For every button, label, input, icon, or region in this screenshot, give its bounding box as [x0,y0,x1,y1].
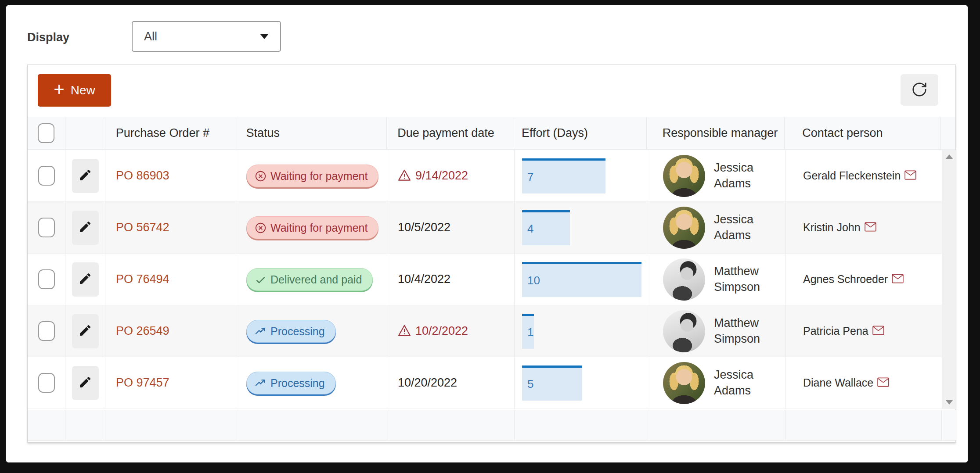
row-checkbox[interactable] [38,218,55,237]
new-button[interactable]: + New [38,74,111,107]
po-link[interactable]: PO 26549 [116,324,169,338]
pencil-icon [78,220,92,235]
row-checkbox[interactable] [38,321,55,341]
warning-icon [398,324,411,338]
contact-email-link[interactable]: Agnes Schroeder [803,273,888,286]
manager-name: Jessica Adams [714,367,780,398]
grid-header-row: Purchase Order # Status Due payment date… [28,117,955,150]
refresh-icon [911,81,928,99]
edit-button[interactable] [72,366,99,400]
avatar [663,155,705,197]
avatar [663,310,705,352]
vertical-scrollbar[interactable] [942,150,956,409]
manager-name: Jessica Adams [714,212,780,243]
edit-button[interactable] [72,211,99,245]
column-header-po: Purchase Order # [105,117,236,149]
contact-email-link[interactable]: Kristin John [803,221,861,234]
select-all-checkbox[interactable] [38,123,54,143]
effort-bar: 5 [522,366,582,401]
row-checkbox[interactable] [38,373,55,393]
status-pill: Processing [246,320,336,343]
chevron-down-icon [260,34,269,39]
new-button-label: New [71,83,95,97]
po-link[interactable]: PO 86903 [116,169,169,183]
grid-toolbar: + New [28,65,955,117]
edit-button[interactable] [72,159,99,193]
due-date: 10/4/2022 [398,272,450,286]
status-pill: Waiting for payment [246,165,378,187]
display-dropdown[interactable]: All [132,21,281,52]
manager-name: Matthew Simpson [714,264,780,294]
table-row[interactable]: PO 76494 Delivered and paid 10/4/2022 10… [28,254,942,305]
pencil-icon [78,168,92,183]
edit-column-header [65,117,105,149]
empty-row [28,410,956,441]
table-row[interactable]: PO 97457 Processing 10/20/2022 5 Jessica… [28,357,942,409]
po-link[interactable]: PO 76494 [116,272,169,286]
column-header-effort: Effort (Days) [514,117,647,149]
table-row[interactable]: PO 86903 Waiting for payment 9/14/2022 7… [28,150,942,202]
column-header-due: Due payment date [387,117,514,149]
status-pill: Delivered and paid [246,268,373,291]
effort-bar: 1 [522,314,534,349]
due-date: 10/2/2022 [415,324,468,338]
page: Display All + New Purchase Order # Statu… [6,5,968,462]
row-checkbox[interactable] [38,166,55,186]
grid-panel: + New Purchase Order # Status Due paymen… [27,64,956,443]
due-date: 10/5/2022 [398,221,450,234]
envelope-icon [877,377,889,389]
pencil-icon [78,323,92,339]
envelope-icon [872,326,884,337]
column-header-contact: Contact person [785,117,941,149]
po-link[interactable]: PO 56742 [116,221,169,234]
envelope-icon [865,222,876,233]
avatar [663,207,705,249]
po-link[interactable]: PO 97457 [116,376,169,390]
avatar [663,258,705,301]
envelope-icon [904,170,916,182]
status-pill: Processing [246,372,336,394]
edit-button[interactable] [72,262,99,297]
edit-button[interactable] [72,314,99,348]
column-header-status: Status [236,117,387,149]
due-date: 9/14/2022 [415,169,468,183]
effort-bar: 4 [522,210,570,245]
effort-bar: 7 [522,158,605,194]
table-row[interactable]: PO 56742 Waiting for payment 10/5/2022 4… [28,202,942,254]
status-pill: Waiting for payment [246,216,378,239]
contact-email-link[interactable]: Patricia Pena [803,325,868,337]
pencil-icon [78,272,92,287]
avatar [663,362,705,404]
refresh-button[interactable] [901,74,938,106]
column-header-manager: Responsible manager [647,117,785,149]
pencil-icon [78,375,92,391]
display-dropdown-value: All [144,30,260,43]
scroll-down-icon[interactable] [945,400,953,405]
table-row[interactable]: PO 26549 Processing 10/2/2022 1 Matthew … [28,305,942,357]
display-label: Display [27,31,69,44]
contact-email-link[interactable]: Diane Wallace [803,376,873,389]
scroll-up-icon[interactable] [945,154,953,159]
envelope-icon [892,274,904,285]
manager-name: Jessica Adams [714,160,780,191]
manager-name: Matthew Simpson [714,315,780,346]
warning-icon [398,169,411,183]
contact-email-link[interactable]: Gerald Fleckenstein [803,169,901,182]
row-checkbox[interactable] [38,269,55,289]
effort-bar: 10 [522,262,641,297]
grid-body: PO 86903 Waiting for payment 9/14/2022 7… [28,150,942,409]
due-date: 10/20/2022 [398,376,457,390]
